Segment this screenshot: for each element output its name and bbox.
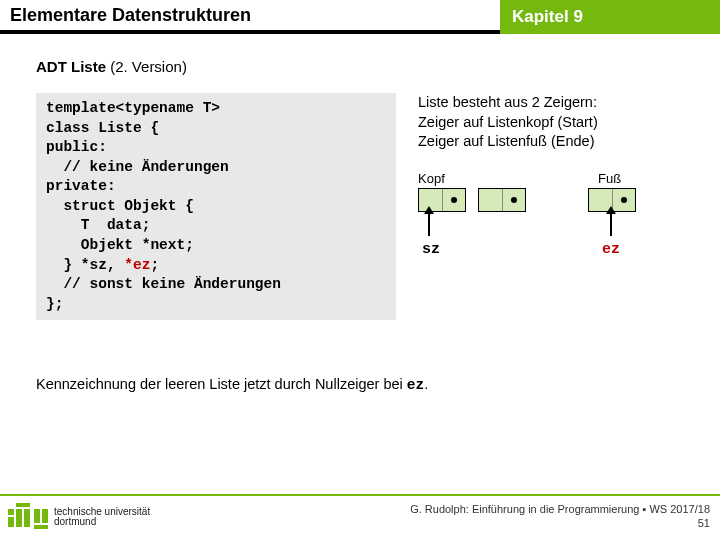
node-mid [478, 188, 526, 212]
svg-rect-1 [8, 517, 14, 527]
svg-rect-6 [42, 509, 48, 523]
slide-footer: technische universität dortmund G. Rudol… [0, 494, 720, 540]
code-line: template<typename T> [46, 100, 220, 116]
subtitle: ADT Liste (2. Version) [36, 58, 684, 75]
header-topic: Elementare Datenstrukturen [0, 0, 500, 34]
subtitle-suffix: (2. Version) [106, 58, 187, 75]
credit-line: G. Rudolph: Einführung in die Programmie… [410, 503, 710, 517]
description: Liste besteht aus 2 Zeigern: Zeiger auf … [418, 93, 684, 152]
code-line: // keine Änderungen [46, 159, 229, 175]
code-line: ; [150, 257, 159, 273]
footer-credit: G. Rudolph: Einführung in die Programmie… [410, 503, 710, 531]
svg-rect-0 [8, 509, 14, 515]
explanation-column: Liste besteht aus 2 Zeigern: Zeiger auf … [418, 93, 684, 270]
code-block: template<typename T> class Liste { publi… [36, 93, 396, 320]
code-highlight: *ez [124, 257, 150, 273]
subtitle-main: ADT Liste [36, 58, 106, 75]
code-line: }; [46, 296, 63, 312]
label-fuss: Fuß [598, 170, 621, 188]
svg-rect-5 [34, 509, 40, 523]
code-line: private: [46, 178, 116, 194]
footnote-mono: ez [407, 377, 424, 393]
svg-rect-3 [24, 509, 30, 527]
label-kopf: Kopf [418, 170, 445, 188]
code-line: class Liste { [46, 120, 159, 136]
header-chapter: Kapitel 9 [500, 0, 720, 34]
tu-logo-text: technische universität dortmund [54, 507, 150, 528]
code-line: // sonst keine Änderungen [46, 276, 281, 292]
code-line: public: [46, 139, 107, 155]
desc-line: Liste besteht aus 2 Zeigern: [418, 93, 684, 113]
slide-header: Elementare Datenstrukturen Kapitel 9 [0, 0, 720, 34]
tu-logo-icon [8, 503, 48, 531]
code-line: } *sz, [46, 257, 124, 273]
tu-logo: technische universität dortmund [8, 503, 150, 531]
code-line: struct Objekt { [46, 198, 194, 214]
svg-rect-7 [34, 525, 48, 529]
uni-line2: dortmund [54, 517, 150, 528]
page-number: 51 [410, 517, 710, 531]
label-ez: ez [602, 240, 620, 260]
svg-rect-4 [16, 503, 30, 507]
svg-rect-2 [16, 509, 22, 527]
desc-line: Zeiger auf Listenfuß (Ende) [418, 132, 684, 152]
slide-body: ADT Liste (2. Version) template<typename… [0, 34, 720, 405]
code-line: Objekt *next; [46, 237, 194, 253]
footnote-suffix: . [424, 376, 428, 392]
desc-line: Zeiger auf Listenkopf (Start) [418, 113, 684, 133]
code-line: T data; [46, 217, 150, 233]
footnote-prefix: Kennzeichnung der leeren Liste jetzt dur… [36, 376, 407, 392]
pointer-diagram: Kopf Fuß sz [418, 170, 684, 270]
label-sz: sz [422, 240, 440, 260]
footnote: Kennzeichnung der leeren Liste jetzt dur… [36, 376, 684, 393]
